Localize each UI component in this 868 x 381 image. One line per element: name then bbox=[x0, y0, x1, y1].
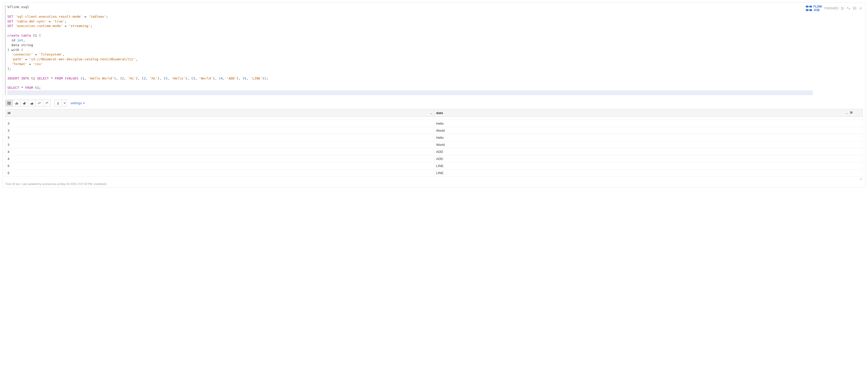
code-content: %flink.ssql SET 'sql-client.execution.re… bbox=[7, 5, 865, 95]
cell-data: World bbox=[434, 127, 863, 134]
pie-chart-button[interactable] bbox=[21, 100, 28, 106]
notebook-cell: FLINK JOB FINISHED %flink.ssql SET 'sql-… bbox=[2, 2, 866, 188]
cell-data: World bbox=[434, 141, 863, 148]
table-header-row: id ⌄ data ⌄ bbox=[5, 109, 863, 117]
table-row: 3World bbox=[5, 141, 863, 148]
cell-id: 5 bbox=[5, 162, 434, 169]
table-row: 3World bbox=[5, 127, 863, 134]
chart-type-group bbox=[5, 100, 51, 106]
column-header-data[interactable]: data ⌄ bbox=[434, 109, 850, 117]
code-editor[interactable]: %flink.ssql SET 'sql-client.execution.re… bbox=[3, 3, 865, 97]
cell-id: 4 bbox=[5, 148, 434, 155]
table-row: 3Hello bbox=[5, 120, 863, 127]
pie-chart-icon bbox=[23, 101, 26, 105]
chevron-down-icon: ⌄ bbox=[846, 111, 848, 115]
result-panel: settings id ⌄ data ⌄ bbox=[3, 97, 865, 182]
caret-down-icon bbox=[83, 103, 85, 104]
table-body: 3Hello3World3Hello3World4ADD4ADD5LINE5LI… bbox=[5, 117, 863, 177]
caret-down-icon bbox=[64, 103, 66, 104]
cell-id: 3 bbox=[5, 141, 434, 148]
table-row: 3Hello bbox=[5, 134, 863, 141]
cell-id: 3 bbox=[5, 127, 434, 134]
svg-point-14 bbox=[46, 102, 46, 103]
column-menu-button[interactable] bbox=[850, 109, 863, 117]
bar-chart-icon bbox=[15, 101, 19, 105]
cell-id: 5 bbox=[5, 169, 434, 177]
result-table: id ⌄ data ⌄ 3Hello3World3Hello3World4ADD… bbox=[5, 109, 863, 177]
settings-link[interactable]: settings bbox=[70, 101, 85, 105]
line-chart-button[interactable] bbox=[36, 100, 43, 106]
svg-rect-11 bbox=[15, 103, 16, 104]
table-row: 4ADD bbox=[5, 148, 863, 155]
cell-data: ADD bbox=[434, 148, 863, 155]
table-row: 4ADD bbox=[5, 155, 863, 162]
chevron-down-icon: ⌄ bbox=[430, 111, 433, 115]
cell-data: Hello bbox=[434, 120, 863, 127]
svg-rect-6 bbox=[7, 102, 10, 104]
cell-id: 3 bbox=[5, 134, 434, 141]
cell-data: LINE bbox=[434, 169, 863, 177]
download-icon bbox=[56, 101, 60, 105]
scatter-chart-button[interactable] bbox=[43, 100, 51, 106]
download-group bbox=[54, 100, 67, 106]
table-icon bbox=[7, 101, 11, 105]
execution-footer: Took 20 sec. Last updated by anonymous a… bbox=[3, 182, 865, 188]
column-header-id[interactable]: id ⌄ bbox=[5, 109, 434, 117]
cell-id: 4 bbox=[5, 155, 434, 162]
resize-icon bbox=[859, 177, 862, 180]
resize-handle[interactable] bbox=[5, 177, 863, 181]
result-toolbar: settings bbox=[5, 100, 863, 106]
cell-data: Hello bbox=[434, 134, 863, 141]
download-button[interactable] bbox=[54, 100, 62, 106]
svg-rect-12 bbox=[16, 102, 17, 104]
menu-icon bbox=[850, 111, 853, 114]
table-view-button[interactable] bbox=[5, 100, 13, 106]
line-chart-icon bbox=[38, 101, 41, 105]
table-row: 5LINE bbox=[5, 162, 863, 169]
area-chart-icon bbox=[30, 101, 34, 105]
table-row bbox=[5, 117, 863, 120]
cell-data: LINE bbox=[434, 162, 863, 169]
area-chart-button[interactable] bbox=[28, 100, 36, 106]
cell-id: 3 bbox=[5, 120, 434, 127]
scatter-chart-icon bbox=[45, 101, 49, 105]
svg-point-15 bbox=[47, 102, 48, 102]
table-row: 5LINE bbox=[5, 169, 863, 177]
bar-chart-button[interactable] bbox=[13, 100, 21, 106]
svg-rect-13 bbox=[17, 103, 18, 104]
cell-data: ADD bbox=[434, 155, 863, 162]
download-dropdown-button[interactable] bbox=[62, 100, 67, 106]
